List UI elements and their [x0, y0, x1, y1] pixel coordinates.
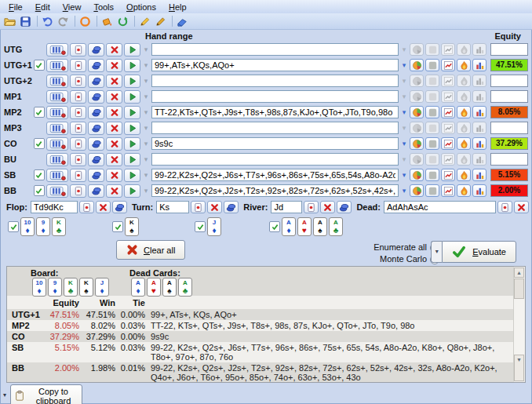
monte-carlo-radio[interactable]: Monte Carlo	[373, 253, 439, 265]
pencil-toolbar-button[interactable]	[138, 14, 153, 28]
pie-chart-button[interactable]	[410, 184, 424, 197]
menu-tools[interactable]: Tools	[88, 2, 119, 13]
river-chips-button[interactable]	[337, 201, 352, 213]
chevron-down-icon[interactable]: ▾	[142, 187, 150, 195]
table-view-button[interactable]	[425, 122, 439, 134]
table-view-button[interactable]	[425, 137, 439, 150]
apply-row-button[interactable]	[124, 169, 140, 182]
bar-chart-button[interactable]	[472, 169, 486, 181]
undo-toolbar-button[interactable]	[41, 14, 56, 28]
menu-edit[interactable]: Edit	[30, 2, 56, 13]
line-chart-button[interactable]	[441, 122, 455, 134]
scrollbar-thumb[interactable]	[514, 278, 524, 299]
card-picker-button[interactable]	[70, 169, 86, 182]
hand-range-picker-button[interactable]	[46, 184, 68, 198]
chips-button[interactable]	[88, 122, 104, 135]
card-picker-button[interactable]	[70, 106, 86, 119]
dead-card-picker-button[interactable]	[497, 201, 512, 213]
card-picker-button[interactable]	[70, 90, 86, 104]
pie-chart-button[interactable]	[410, 75, 424, 87]
flame-button[interactable]	[457, 43, 471, 56]
chevron-down-icon[interactable]: ▾	[400, 140, 408, 147]
turn-clear-button[interactable]	[207, 201, 222, 213]
chevron-down-icon[interactable]: ▾	[400, 124, 408, 132]
hand-range-picker-button[interactable]	[46, 153, 68, 166]
flame-button[interactable]	[457, 169, 471, 181]
turn-card-picker-button[interactable]	[191, 201, 206, 213]
pie-chart-button[interactable]	[410, 122, 424, 134]
chips-button[interactable]	[88, 43, 104, 56]
clear-row-button[interactable]	[106, 90, 122, 104]
flop-input[interactable]	[31, 201, 78, 213]
bar-chart-button[interactable]	[472, 43, 486, 56]
hand-range-input[interactable]	[151, 90, 399, 103]
chevron-down-icon[interactable]: ▾	[142, 140, 150, 147]
card-picker-button[interactable]	[70, 153, 86, 166]
pie-chart-button[interactable]	[410, 59, 424, 71]
hand-range-input[interactable]	[151, 137, 399, 150]
clear-row-button[interactable]	[106, 153, 122, 166]
flame-button[interactable]	[457, 184, 471, 197]
hand-range-input[interactable]	[151, 122, 399, 134]
chevron-down-icon[interactable]: ▾	[400, 77, 408, 85]
hand-range-picker-button[interactable]	[46, 75, 68, 88]
bar-chart-button[interactable]	[472, 106, 486, 118]
menu-options[interactable]: Options	[121, 2, 162, 13]
flop-enabled-checkbox[interactable]	[8, 221, 19, 232]
table-view-button[interactable]	[425, 90, 439, 103]
clear-row-button[interactable]	[106, 43, 122, 56]
hand-range-picker-button[interactable]	[46, 106, 68, 119]
pie-chart-button[interactable]	[410, 43, 424, 56]
scroll-up-button[interactable]: ▲	[514, 268, 524, 278]
apply-row-button[interactable]	[124, 59, 140, 72]
menu-help[interactable]: Help	[163, 2, 192, 13]
chips-button[interactable]	[88, 59, 104, 72]
chevron-down-icon[interactable]: ▾	[142, 77, 150, 85]
eraser-toolbar-button[interactable]	[176, 14, 191, 28]
clear-row-button[interactable]	[106, 75, 122, 88]
hand-range-input[interactable]	[151, 153, 399, 166]
flame-button[interactable]	[457, 90, 471, 103]
player-enabled-checkbox[interactable]	[34, 169, 45, 180]
card-picker-button[interactable]	[70, 43, 86, 56]
chevron-down-icon[interactable]: ▾	[400, 93, 408, 100]
open-toolbar-button[interactable]	[3, 14, 18, 28]
line-chart-button[interactable]	[441, 106, 455, 118]
hand-range-picker-button[interactable]	[46, 59, 68, 72]
player-enabled-checkbox[interactable]	[34, 60, 45, 71]
apply-row-button[interactable]	[124, 184, 140, 198]
menu-view[interactable]: View	[57, 2, 87, 13]
flame-button[interactable]	[457, 137, 471, 150]
card-picker-button[interactable]	[70, 75, 86, 88]
bar-chart-button[interactable]	[472, 153, 486, 166]
apply-row-button[interactable]	[124, 122, 140, 135]
chips-button[interactable]	[88, 153, 104, 166]
chips-button[interactable]	[88, 106, 104, 119]
table-view-button[interactable]	[425, 106, 439, 118]
pie-chart-button[interactable]	[410, 106, 424, 118]
pencil2-toolbar-button[interactable]	[154, 14, 169, 28]
hand-range-input[interactable]	[151, 59, 399, 71]
flame-button[interactable]	[457, 75, 471, 87]
evaluate-dropdown-button[interactable]: ▾	[431, 241, 442, 263]
chevron-down-icon[interactable]: ▾	[400, 108, 408, 116]
chevron-down-icon[interactable]: ▾	[400, 61, 408, 69]
hand-range-input[interactable]	[151, 169, 399, 181]
line-chart-button[interactable]	[441, 59, 455, 71]
chevron-down-icon[interactable]: ▾	[400, 155, 408, 163]
table-view-button[interactable]	[425, 169, 439, 181]
chevron-down-icon[interactable]: ▾	[142, 171, 150, 179]
hand-range-input[interactable]	[151, 43, 399, 56]
clear-all-button[interactable]: Clear all	[116, 240, 185, 260]
cancel-toolbar-button[interactable]	[78, 14, 93, 28]
player-enabled-checkbox[interactable]	[34, 185, 45, 196]
chevron-down-icon[interactable]: ▾	[142, 61, 150, 69]
table-view-button[interactable]	[425, 59, 439, 71]
chevron-down-icon[interactable]: ▾	[142, 155, 150, 163]
card-picker-button[interactable]	[70, 59, 86, 72]
chevron-down-icon[interactable]: ▾	[142, 93, 150, 100]
bar-chart-button[interactable]	[472, 122, 486, 134]
line-chart-button[interactable]	[441, 153, 455, 166]
table-view-button[interactable]	[425, 153, 439, 166]
chevron-down-icon[interactable]: ▾	[400, 187, 408, 195]
